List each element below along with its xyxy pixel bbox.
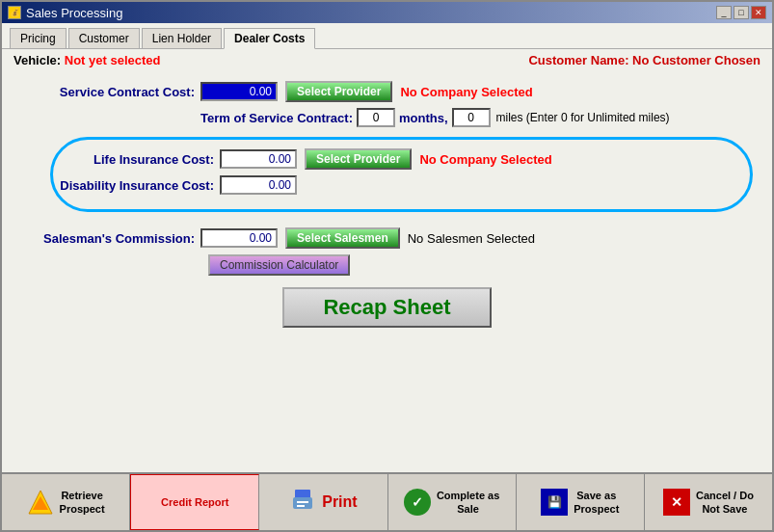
print-button[interactable]: Print xyxy=(259,474,387,530)
term-label: Term of Service Contract: xyxy=(200,111,353,125)
vehicle-value: Not yet selected xyxy=(65,53,161,67)
print-icon xyxy=(289,488,316,517)
print-label: Print xyxy=(322,492,357,513)
title-bar: 💰 Sales Processing _ □ ✕ xyxy=(2,2,772,23)
close-button[interactable]: ✕ xyxy=(751,6,766,19)
tab-pricing[interactable]: Pricing xyxy=(10,28,67,48)
salesman-label: Salesman's Commission: xyxy=(21,231,195,246)
salesman-row: Salesman's Commission: Select Salesmen N… xyxy=(21,227,753,249)
vehicle-label: Vehicle: xyxy=(13,53,61,67)
cancel-button[interactable]: ✕ Cancel / DoNot Save xyxy=(645,474,772,530)
service-contract-row: Service Contract Cost: Select Provider N… xyxy=(21,81,753,102)
maximize-button[interactable]: □ xyxy=(734,6,749,19)
no-company-2-label: No Company Selected xyxy=(419,152,551,167)
complete-as-sale-button[interactable]: ✓ Complete asSale xyxy=(388,474,517,530)
tab-bar: Pricing Customer Lien Holder Dealer Cost… xyxy=(2,23,772,49)
complete-icon: ✓ xyxy=(404,489,431,516)
cancel-label: Cancel / DoNot Save xyxy=(696,489,754,517)
credit-label: Credit Report xyxy=(161,495,228,509)
svg-rect-4 xyxy=(297,501,308,503)
service-contract-label: Service Contract Cost: xyxy=(21,85,195,99)
customer-info: Customer Name: No Customer Chosen xyxy=(528,53,761,67)
cancel-icon: ✕ xyxy=(663,489,690,516)
term-miles-input[interactable] xyxy=(452,108,491,127)
life-insurance-row: Life Insurance Cost: Select Provider No … xyxy=(40,148,734,170)
retrieve-label: RetrieveProspect xyxy=(60,489,105,517)
select-salesman-button[interactable]: Select Salesmen xyxy=(285,227,400,249)
vehicle-info-bar: Vehicle: Not yet selected Customer Name:… xyxy=(2,49,772,71)
disability-row: Disability Insurance Cost: xyxy=(40,175,734,195)
commission-calc-row: Commission Calculator xyxy=(200,254,753,276)
tab-lien-holder[interactable]: Lien Holder xyxy=(142,28,222,48)
life-insurance-input[interactable] xyxy=(220,149,297,169)
disability-input[interactable] xyxy=(220,175,297,195)
minimize-button[interactable]: _ xyxy=(716,6,732,19)
title-bar-left: 💰 Sales Processing xyxy=(8,6,122,20)
vehicle-info: Vehicle: Not yet selected xyxy=(13,53,160,67)
customer-label: Customer Name: No Customer Chosen xyxy=(528,53,761,67)
salesman-commission-input[interactable] xyxy=(200,228,278,248)
save-label: Save asProspect xyxy=(574,489,619,517)
commission-calculator-button[interactable]: Commission Calculator xyxy=(208,254,350,276)
select-provider-2-button[interactable]: Select Provider xyxy=(305,148,412,170)
miles-hint: miles (Enter 0 for Unlimited miles) xyxy=(496,111,670,124)
recap-sheet-button[interactable]: Recap Sheet xyxy=(282,287,491,328)
window-title: Sales Processing xyxy=(26,6,122,20)
footer: RetrieveProspect Credit Report Print ✓ C… xyxy=(2,472,772,530)
tab-dealer-costs[interactable]: Dealer Costs xyxy=(224,28,315,49)
life-insurance-label: Life Insurance Cost: xyxy=(40,152,214,167)
complete-label: Complete asSale xyxy=(437,489,499,517)
term-months-input[interactable] xyxy=(357,108,395,127)
tab-customer[interactable]: Customer xyxy=(68,28,140,48)
main-content: Service Contract Cost: Select Provider N… xyxy=(2,71,772,472)
retrieve-icon xyxy=(27,489,54,516)
svg-rect-5 xyxy=(297,505,305,507)
disability-label: Disability Insurance Cost: xyxy=(40,178,214,193)
select-provider-1-button[interactable]: Select Provider xyxy=(285,81,392,102)
save-icon: 💾 xyxy=(541,489,568,516)
save-as-prospect-button[interactable]: 💾 Save asProspect xyxy=(517,474,645,530)
main-window: 💰 Sales Processing _ □ ✕ Pricing Custome… xyxy=(0,0,774,532)
app-icon: 💰 xyxy=(8,6,21,19)
service-contract-input[interactable] xyxy=(200,82,278,101)
credit-report-button[interactable]: Credit Report xyxy=(130,474,259,530)
salesman-section: Salesman's Commission: Select Salesmen N… xyxy=(21,227,753,276)
term-row: Term of Service Contract: months, miles … xyxy=(200,108,753,127)
no-company-1-label: No Company Selected xyxy=(400,85,532,99)
retrieve-prospect-button[interactable]: RetrieveProspect xyxy=(2,474,130,530)
insurance-section: Life Insurance Cost: Select Provider No … xyxy=(21,137,753,212)
title-controls: _ □ ✕ xyxy=(716,6,766,19)
months-label: months, xyxy=(399,111,448,125)
no-salesman-label: No Salesmen Selected xyxy=(408,231,535,246)
